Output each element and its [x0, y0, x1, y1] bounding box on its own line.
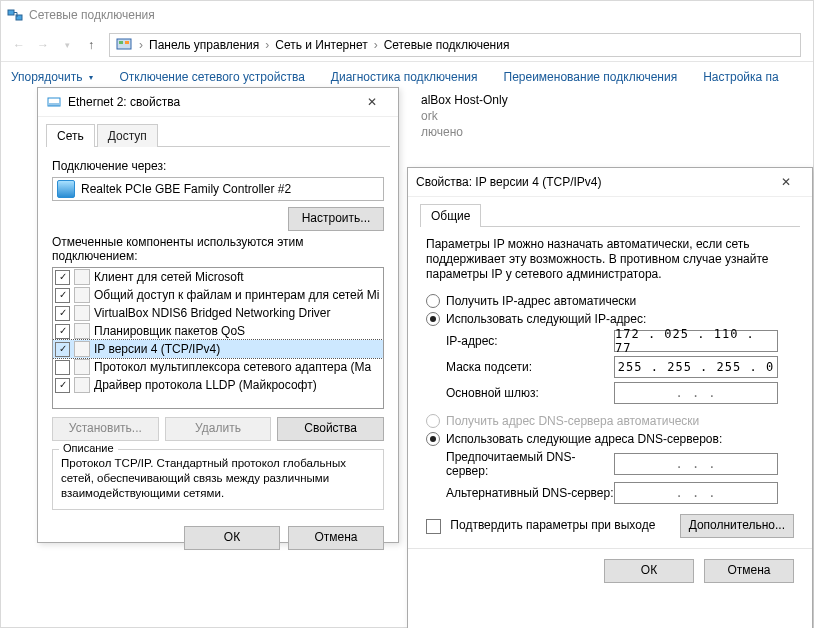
radio-auto-dns: Получить адрес DNS-сервера автоматически	[426, 414, 794, 428]
component-row[interactable]: Драйвер протокола LLDP (Майкрософт)	[53, 376, 384, 394]
component-row[interactable]: IP версии 4 (TCP/IPv4)	[53, 340, 384, 358]
component-label: Клиент для сетей Microsoft	[94, 270, 244, 284]
organize-menu[interactable]: Упорядочить	[11, 70, 93, 84]
chevron-right-icon: ›	[265, 38, 269, 52]
checkbox-icon[interactable]	[55, 378, 70, 393]
radio-auto-ip[interactable]: Получить IP-адрес автоматически	[426, 294, 794, 308]
radio-manual-ip[interactable]: Использовать следующий IP-адрес:	[426, 312, 794, 326]
cancel-button[interactable]: Отмена	[704, 559, 794, 583]
disable-device-button[interactable]: Отключение сетевого устройства	[119, 70, 304, 84]
ok-button[interactable]: ОК	[604, 559, 694, 583]
install-button[interactable]: Установить...	[52, 417, 159, 441]
breadcrumb-seg-3[interactable]: Сетевые подключения	[381, 38, 513, 52]
component-row[interactable]: Общий доступ к файлам и принтерам для се…	[53, 286, 384, 304]
breadcrumb-seg-2[interactable]: Сеть и Интернет	[272, 38, 370, 52]
chevron-right-icon: ›	[139, 38, 143, 52]
component-label: Планировщик пакетов QoS	[94, 324, 245, 338]
explorer-window: Сетевые подключения ← → ▾ ↑ › Панель упр…	[0, 0, 814, 628]
checkbox-icon	[426, 519, 441, 534]
tab-access[interactable]: Доступ	[97, 124, 158, 147]
breadcrumb[interactable]: › Панель управления › Сеть и Интернет › …	[109, 33, 801, 57]
remove-button[interactable]: Удалить	[165, 417, 272, 441]
control-panel-icon	[116, 37, 132, 53]
ip-fields: IP-адрес: 172 . 025 . 110 . 77 Маска под…	[446, 330, 794, 404]
preferred-dns-input[interactable]: . . .	[614, 453, 778, 475]
advanced-button[interactable]: Дополнительно...	[680, 514, 794, 538]
forward-button[interactable]: →	[31, 33, 55, 57]
subnet-mask-input[interactable]: 255 . 255 . 255 . 0	[614, 356, 778, 378]
component-row[interactable]: Протокол мультиплексора сетевого адаптер…	[53, 358, 384, 376]
ethernet-properties-dialog: Ethernet 2: свойства ✕ Сеть Доступ Подкл…	[37, 87, 399, 543]
protocol-icon	[74, 323, 90, 339]
svg-rect-4	[125, 41, 129, 44]
description-group: Описание Протокол TCP/IP. Стандартный пр…	[52, 449, 384, 510]
checkbox-icon[interactable]	[55, 342, 70, 357]
component-label: Протокол мультиплексора сетевого адаптер…	[94, 360, 371, 374]
gateway-input[interactable]: . . .	[614, 382, 778, 404]
component-row[interactable]: VirtualBox NDIS6 Bridged Networking Driv…	[53, 304, 384, 322]
confirm-on-exit-checkbox[interactable]: Подтвердить параметры при выходе	[426, 518, 655, 533]
protocol-icon	[74, 359, 90, 375]
properties-button[interactable]: Свойства	[277, 417, 384, 441]
checkbox-icon[interactable]	[55, 360, 70, 375]
connect-via-label: Подключение через:	[52, 159, 384, 173]
alternate-dns-input[interactable]: . . .	[614, 482, 778, 504]
description-title: Описание	[59, 442, 118, 454]
dialog-titlebar[interactable]: Ethernet 2: свойства ✕	[38, 88, 398, 117]
tab-general[interactable]: Общие	[420, 204, 481, 227]
components-list[interactable]: Клиент для сетей MicrosoftОбщий доступ к…	[52, 267, 384, 409]
back-button[interactable]: ←	[7, 33, 31, 57]
recent-button[interactable]: ▾	[55, 33, 79, 57]
component-row[interactable]: Клиент для сетей Microsoft	[53, 268, 384, 286]
protocol-icon	[74, 305, 90, 321]
close-button[interactable]: ✕	[354, 92, 390, 112]
checkbox-icon[interactable]	[55, 306, 70, 321]
dialog-titlebar[interactable]: Свойства: IP версии 4 (TCP/IPv4) ✕	[408, 168, 812, 197]
protocol-icon	[74, 341, 90, 357]
component-label: Общий доступ к файлам и принтерам для се…	[94, 288, 379, 302]
window-title: Сетевые подключения	[29, 8, 155, 22]
description-text: Протокол TCP/IP. Стандартный протокол гл…	[61, 456, 375, 501]
adapter-field: Realtek PCIe GBE Family Controller #2	[52, 177, 384, 201]
titlebar: Сетевые подключения	[1, 1, 813, 29]
tabstrip: Сеть Доступ	[46, 123, 390, 147]
configure-button[interactable]: Настроить...	[288, 207, 384, 231]
radio-icon	[426, 312, 440, 326]
dialog-body: Подключение через: Realtek PCIe GBE Fami…	[38, 147, 398, 518]
dialog-footer: ОК Отмена	[38, 518, 398, 558]
up-button[interactable]: ↑	[79, 33, 103, 57]
diagnose-button[interactable]: Диагностика подключения	[331, 70, 478, 84]
connection-item[interactable]: alBox Host-Only ork лючено	[421, 92, 508, 140]
radio-icon	[426, 414, 440, 428]
tab-network[interactable]: Сеть	[46, 124, 95, 147]
component-label: IP версии 4 (TCP/IPv4)	[94, 342, 220, 356]
connection-line3: лючено	[421, 124, 508, 140]
checkbox-icon[interactable]	[55, 324, 70, 339]
settings-button[interactable]: Настройка па	[703, 70, 779, 84]
mask-label: Маска подсети:	[446, 360, 614, 374]
ok-button[interactable]: ОК	[184, 526, 280, 550]
radio-label: Использовать следующие адреса DNS-сервер…	[446, 432, 722, 446]
ethernet-icon	[46, 94, 62, 110]
rename-button[interactable]: Переименование подключения	[504, 70, 678, 84]
checkbox-icon[interactable]	[55, 270, 70, 285]
ip-address-input[interactable]: 172 . 025 . 110 . 77	[614, 330, 778, 352]
intro-text: Параметры IP можно назначать автоматичес…	[426, 237, 794, 282]
svg-rect-0	[8, 10, 14, 15]
radio-label: Получить адрес DNS-сервера автоматически	[446, 414, 699, 428]
breadcrumb-seg-1[interactable]: Панель управления	[146, 38, 262, 52]
svg-rect-3	[119, 41, 123, 44]
close-button[interactable]: ✕	[768, 172, 804, 192]
protocol-icon	[74, 377, 90, 393]
chevron-right-icon: ›	[374, 38, 378, 52]
protocol-icon	[74, 287, 90, 303]
radio-manual-dns[interactable]: Использовать следующие адреса DNS-сервер…	[426, 432, 794, 446]
dns2-label: Альтернативный DNS-сервер:	[446, 486, 614, 500]
component-row[interactable]: Планировщик пакетов QoS	[53, 322, 384, 340]
radio-icon	[426, 432, 440, 446]
checkbox-icon[interactable]	[55, 288, 70, 303]
adapter-name: Realtek PCIe GBE Family Controller #2	[81, 182, 291, 196]
nic-icon	[57, 180, 75, 198]
nav-bar: ← → ▾ ↑ › Панель управления › Сеть и Инт…	[1, 29, 813, 62]
cancel-button[interactable]: Отмена	[288, 526, 384, 550]
